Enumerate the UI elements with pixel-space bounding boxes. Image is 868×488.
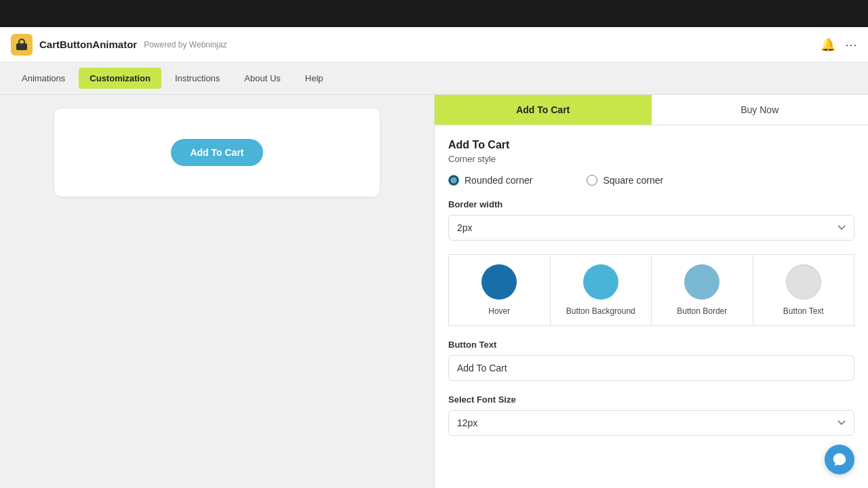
button-text-color-label: Button Text [783,306,824,316]
svg-rect-0 [16,43,27,50]
hover-swatch-item: Hover [448,254,550,326]
nav-bar: Animations Customization Instructions Ab… [0,62,868,95]
main-content: Add To Cart Add To Cart Buy Now Add To C… [0,95,868,488]
square-corner-radio[interactable] [587,175,597,186]
rounded-corner-label: Rounded corner [465,175,532,186]
font-size-label: Select Font Size [448,394,854,405]
corner-style-row: Rounded corner Square corner [448,175,854,186]
corner-style-label: Corner style [448,154,854,164]
border-width-label: Border width [448,199,854,209]
config-tab-add-to-cart[interactable]: Add To Cart [435,95,652,125]
preview-card: Add To Cart [54,108,380,197]
config-tab-buy-now[interactable]: Buy Now [652,95,869,125]
more-icon[interactable]: ⋯ [845,37,857,52]
config-tabs: Add To Cart Buy Now [435,95,868,125]
app-logo [11,34,33,56]
app-name: CartButtonAnimator [39,39,137,50]
button-text-label: Button Text [448,340,854,350]
tab-customization[interactable]: Customization [79,68,161,89]
tab-instructions[interactable]: Instructions [164,68,231,89]
rounded-corner-radio[interactable] [448,175,459,186]
hover-swatch[interactable] [481,264,517,300]
font-size-select[interactable]: 12px 10px 14px 16px 18px [448,410,854,436]
button-text-input[interactable] [448,355,854,381]
notification-icon[interactable]: 🔔 [821,37,835,52]
button-border-swatch[interactable] [684,264,719,300]
chat-icon [832,452,847,467]
tab-help[interactable]: Help [294,68,334,89]
header: CartButtonAnimator Powered by Webninjaz … [0,27,868,62]
header-left: CartButtonAnimator Powered by Webninjaz [11,34,227,56]
preview-add-to-cart-button[interactable]: Add To Cart [171,139,262,166]
button-text-swatch[interactable] [786,264,821,300]
logo-icon [15,38,28,52]
button-text-swatch-item: Button Text [753,254,855,326]
hover-label: Hover [488,306,510,316]
tab-about-us[interactable]: About Us [233,68,291,89]
rounded-corner-option[interactable]: Rounded corner [448,175,532,186]
square-corner-option[interactable]: Square corner [587,175,663,186]
square-corner-label: Square corner [603,175,663,186]
button-border-label: Button Border [677,306,727,316]
tab-animations[interactable]: Animations [11,68,76,89]
border-width-select[interactable]: 2px 1px 3px 4px [448,215,854,241]
preview-pane: Add To Cart [0,95,434,488]
config-body: Add To Cart Corner style Rounded corner … [435,125,868,463]
swatches-row: Hover Button Background Button Border Bu… [448,254,854,326]
section-title: Add To Cart [448,139,854,151]
top-bar [0,0,868,27]
config-pane: Add To Cart Buy Now Add To Cart Corner s… [434,95,868,488]
header-right: 🔔 ⋯ [821,37,857,52]
button-border-swatch-item: Button Border [651,254,753,326]
app-subtitle: Powered by Webninjaz [144,40,227,49]
button-background-swatch-item: Button Background [550,254,652,326]
button-background-label: Button Background [566,306,635,316]
button-background-swatch[interactable] [583,264,618,300]
chat-bubble[interactable] [825,445,854,474]
